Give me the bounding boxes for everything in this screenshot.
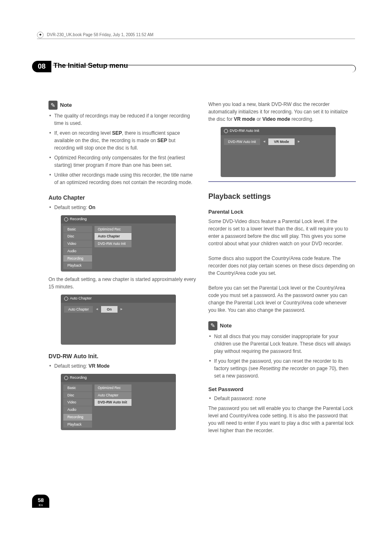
menu-item: Video xyxy=(63,240,92,247)
default-password: Default password: none xyxy=(214,395,356,402)
menu-item-selected: Recording xyxy=(63,255,92,262)
note-item: If you forget the password, you can rese… xyxy=(214,357,356,380)
menu-option: Auto Chapter xyxy=(95,392,131,399)
auto-chapter-menu: Auto Chapter Auto Chapter ◄ On ► xyxy=(61,295,176,345)
menu-title-bar: DVD-RW Auto Init xyxy=(221,127,336,135)
note-item: If, even on recording level SEP, there i… xyxy=(54,129,196,152)
header-file-info: DVR-230_UK.book Page 58 Friday, July 1, … xyxy=(47,32,153,37)
menu-item: Basic xyxy=(63,226,92,233)
page-icon: ✦ xyxy=(37,32,44,38)
set-password-heading: Set Password xyxy=(208,385,356,394)
note-label: Note xyxy=(60,101,72,109)
menu-item: Playback xyxy=(63,421,92,428)
menu-title: Recording xyxy=(70,216,87,222)
note-item: Unlike other recordings made using this … xyxy=(54,171,196,186)
note-item: Optimized Recording only compensates for… xyxy=(54,154,196,169)
gear-icon xyxy=(64,217,68,221)
menu-option: Optimized Rec xyxy=(95,385,131,391)
gear-icon xyxy=(224,129,228,133)
dvd-rw-heading: DVD-RW Auto Init. xyxy=(48,352,196,361)
parental-lock-heading: Parental Lock xyxy=(208,208,356,216)
menu-title-bar: Auto Chapter xyxy=(61,295,176,303)
left-column: ✎ Note The quality of recordings may be … xyxy=(48,101,196,434)
page-lang: En xyxy=(38,503,44,507)
content-area: ✎ Note The quality of recordings may be … xyxy=(48,101,356,434)
page-num-value: 58 xyxy=(38,497,44,503)
menu-item: Video xyxy=(63,399,92,406)
default-list: Default password: none xyxy=(208,395,356,402)
pencil-icon: ✎ xyxy=(48,101,58,110)
page-number: 58 En xyxy=(32,495,49,508)
menu-option: Optimized Rec xyxy=(95,226,131,233)
menu-title: Auto Chapter xyxy=(70,296,92,302)
auto-chapter-heading: Auto Chapter xyxy=(48,193,196,202)
menu-title: Recording xyxy=(70,375,87,381)
arrow-left-icon: ◄ xyxy=(95,307,99,312)
parental-p1: Some DVD-Video discs feature a Parental … xyxy=(208,218,356,247)
menu-option-highlighted: Auto Chapter xyxy=(95,233,131,240)
menu-title: DVD-RW Auto Init xyxy=(230,128,259,134)
right-intro: When you load a new, blank DVD-RW disc t… xyxy=(208,101,356,123)
menu-option-highlighted: DVD-RW Auto Init xyxy=(95,399,131,406)
default-list: Default setting: VR Mode xyxy=(48,362,196,370)
menu-item: Audio xyxy=(63,248,92,255)
note-header: ✎ Note xyxy=(48,101,72,110)
auto-chapter-desc: On the default setting, a new chapter is… xyxy=(48,276,196,290)
pencil-icon: ✎ xyxy=(208,321,217,330)
menu-option: DVD-RW Auto Init xyxy=(95,240,131,247)
menu-label: Auto Chapter xyxy=(64,306,93,313)
dvd-rw-menu: DVD-RW Auto Init DVD-RW Auto Init ◄ VR M… xyxy=(221,127,336,177)
menu-item: Basic xyxy=(63,385,92,391)
menu-title-bar: Recording xyxy=(61,374,176,382)
default-setting: Default setting: On xyxy=(54,204,196,211)
default-list: Default setting: On xyxy=(48,204,196,211)
menu-item: Playback xyxy=(63,262,92,269)
menu-value: VR Mode xyxy=(268,138,295,145)
recording-menu-1: Recording Basic Disc Video Audio Recordi… xyxy=(61,215,176,272)
note-item: The quality of recordings may be reduced… xyxy=(54,112,196,127)
gear-icon xyxy=(64,297,68,301)
note-header: ✎ Note xyxy=(208,321,232,330)
menu-label: DVD-RW Auto Init xyxy=(224,138,260,145)
section-divider xyxy=(208,181,356,182)
gear-icon xyxy=(64,376,68,380)
parental-p3: Before you can set the Parental Lock lev… xyxy=(208,284,356,314)
menu-item-selected: Recording xyxy=(63,414,92,421)
menu-item: Disc xyxy=(63,392,92,399)
note-label: Note xyxy=(220,322,232,330)
right-column: When you load a new, blank DVD-RW disc t… xyxy=(208,101,356,434)
default-setting: Default setting: VR Mode xyxy=(54,362,196,370)
menu-value: On xyxy=(101,306,118,313)
arrow-right-icon: ► xyxy=(120,307,123,312)
note-list-left: The quality of recordings may be reduced… xyxy=(48,112,196,186)
menu-item: Disc xyxy=(63,233,92,240)
chapter-number: 08 xyxy=(32,61,51,72)
arrow-right-icon: ► xyxy=(297,139,300,144)
note-list-right: Not all discs that you may consider inap… xyxy=(208,333,356,380)
menu-item: Audio xyxy=(63,406,92,413)
playback-heading: Playback settings xyxy=(208,191,356,202)
set-password-desc: The password you set will enable you to … xyxy=(208,405,356,434)
chapter-rule xyxy=(53,65,356,72)
note-item: Not all discs that you may consider inap… xyxy=(214,333,356,355)
recording-menu-2: Recording Basic Disc Video Audio Recordi… xyxy=(61,374,176,430)
parental-p2: Some discs also support the Country/Area… xyxy=(208,255,356,277)
menu-title-bar: Recording xyxy=(61,215,176,223)
header-bar: ✦ DVR-230_UK.book Page 58 Friday, July 1… xyxy=(37,31,355,39)
arrow-left-icon: ◄ xyxy=(263,139,266,144)
